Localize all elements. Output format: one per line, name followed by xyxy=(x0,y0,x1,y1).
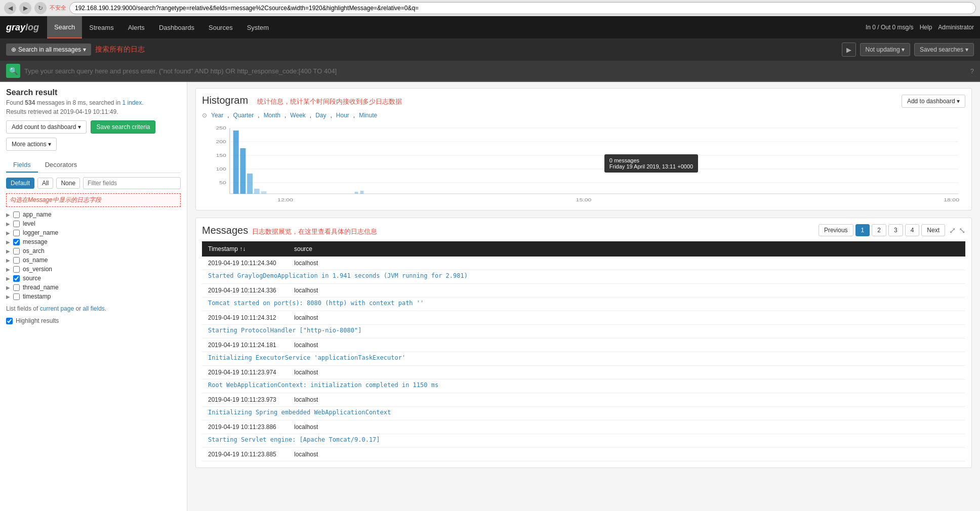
search-bar-row: ⊕ Search in all messages ▾ 搜索所有的日志 ▶ Not… xyxy=(0,38,980,61)
time-month[interactable]: Month xyxy=(264,112,280,119)
expand-icon-btn[interactable]: ⤢ xyxy=(949,226,956,235)
page-2-button[interactable]: 2 xyxy=(872,224,886,236)
add-count-chevron: ▾ xyxy=(78,123,81,131)
next-button[interactable]: Next xyxy=(921,224,945,236)
time-day[interactable]: Day xyxy=(315,112,326,119)
resize-icon-btn[interactable]: ⤡ xyxy=(959,226,965,235)
search-scope-button[interactable]: ⊕ Search in all messages ▾ xyxy=(6,44,91,56)
browser-bar: ◀ ▶ ↻ 不安全 xyxy=(0,0,980,16)
field-checkbox-logger_name[interactable] xyxy=(13,230,20,236)
expand-icon[interactable]: ▶ xyxy=(6,248,10,254)
nav-search[interactable]: Search xyxy=(47,16,82,38)
back-button[interactable]: ◀ xyxy=(4,2,16,14)
field-checkbox-os_name[interactable] xyxy=(13,257,20,264)
logo: graylog xyxy=(6,22,39,33)
msg-message-empty xyxy=(339,257,965,270)
time-year[interactable]: Year xyxy=(211,112,223,119)
expand-icon[interactable]: ▶ xyxy=(6,258,10,263)
forward-button[interactable]: ▶ xyxy=(19,2,31,14)
table-row-message: Initializing ExecutorService 'applicatio… xyxy=(202,352,965,366)
sidebar-retrieved: Results retrieved at 2019-04-19 10:11:49… xyxy=(6,108,181,115)
user-menu[interactable]: Administrator xyxy=(938,24,974,31)
add-count-button[interactable]: Add count to dashboard ▾ xyxy=(6,120,87,134)
time-quarter[interactable]: Quarter xyxy=(233,112,254,119)
tab-decorators[interactable]: Decorators xyxy=(38,158,85,173)
page-3-button[interactable]: 3 xyxy=(888,224,903,236)
table-row-message: Starting Servlet engine: [Apache Tomcat/… xyxy=(202,434,965,448)
query-row: 🔍 ? xyxy=(0,61,980,82)
field-item: ▶ level xyxy=(6,219,181,228)
sidebar-title: Search result xyxy=(6,88,181,97)
expand-icon[interactable]: ▶ xyxy=(6,221,10,227)
msg-timestamp: 2019-04-19 10:11:23.973 xyxy=(202,393,288,407)
highlight-checkbox[interactable] xyxy=(6,318,13,324)
msg-source: localhost xyxy=(288,366,339,379)
msg-text[interactable]: Initializing ExecutorService 'applicatio… xyxy=(202,352,965,366)
expand-icon[interactable]: ▶ xyxy=(6,230,10,236)
table-row-message: Starting ProtocolHandler ["http-nio-8080… xyxy=(202,325,965,338)
field-annotation: 勾选在Message中显示的日志字段 xyxy=(6,193,181,207)
saved-searches-button[interactable]: Saved searches ▾ xyxy=(914,43,974,56)
field-checkbox-thread_name[interactable] xyxy=(13,284,20,291)
msg-text[interactable]: Starting ProtocolHandler ["http-nio-8080… xyxy=(202,325,965,338)
col-source[interactable]: source xyxy=(288,241,339,257)
filter-default[interactable]: Default xyxy=(6,178,34,189)
play-button[interactable]: ▶ xyxy=(842,42,856,57)
time-week[interactable]: Week xyxy=(290,112,305,119)
time-hour[interactable]: Hour xyxy=(336,112,349,119)
messages-annotation: 日志数据展览，在这里查看具体的日志信息 xyxy=(252,227,377,236)
field-checkbox-timestamp[interactable] xyxy=(13,293,20,300)
field-checkbox-source[interactable] xyxy=(13,275,20,282)
messages-title: Messages xyxy=(202,225,248,236)
msg-text[interactable]: Initializing Spring embedded WebApplicat… xyxy=(202,407,965,420)
nav-alerts[interactable]: Alerts xyxy=(121,16,152,38)
table-row: 2019-04-19 10:11:23.973 localhost xyxy=(202,393,965,407)
filter-none[interactable]: None xyxy=(56,178,80,189)
field-checkbox-message[interactable] xyxy=(13,239,20,245)
messages-title-row: Messages 日志数据展览，在这里查看具体的日志信息 xyxy=(202,225,377,236)
msg-text[interactable]: Tomcat started on port(s): 8080 (http) w… xyxy=(202,297,965,311)
expand-icon[interactable]: ▶ xyxy=(6,276,10,281)
more-actions-button[interactable]: More actions ▾ xyxy=(6,138,57,151)
url-bar[interactable] xyxy=(69,2,976,14)
field-checkbox-os_arch[interactable] xyxy=(13,248,20,254)
previous-button[interactable]: Previous xyxy=(819,224,853,236)
msg-text[interactable]: Root WebApplicationContext: initializati… xyxy=(202,379,965,393)
expand-icon[interactable]: ▶ xyxy=(6,285,10,290)
time-minute[interactable]: Minute xyxy=(359,112,377,119)
nav-system[interactable]: System xyxy=(240,16,276,38)
nav-sources[interactable]: Sources xyxy=(201,16,240,38)
expand-icon[interactable]: ▶ xyxy=(6,212,10,218)
expand-icon[interactable]: ▶ xyxy=(6,239,10,245)
msg-text[interactable]: Started GraylogDemoApplication in 1.941 … xyxy=(202,270,965,284)
msg-text[interactable]: Starting Servlet engine: [Apache Tomcat/… xyxy=(202,434,965,448)
add-to-dashboard-button[interactable]: Add to dashboard ▾ xyxy=(902,95,965,108)
field-filter-input[interactable] xyxy=(83,177,181,189)
filter-all[interactable]: All xyxy=(37,178,53,189)
page-1-button[interactable]: 1 xyxy=(855,224,870,236)
help-link[interactable]: Help xyxy=(920,24,932,31)
query-input[interactable] xyxy=(24,67,966,75)
query-help-icon[interactable]: ? xyxy=(970,67,974,75)
field-checkbox-level[interactable] xyxy=(13,221,20,227)
page-4-button[interactable]: 4 xyxy=(905,224,920,236)
tab-fields[interactable]: Fields xyxy=(6,158,38,173)
expand-icon[interactable]: ▶ xyxy=(6,267,10,272)
index-link[interactable]: 1 index xyxy=(123,99,142,106)
nav-streams[interactable]: Streams xyxy=(82,16,120,38)
all-fields-link[interactable]: all fields xyxy=(83,305,104,312)
nav-dashboards[interactable]: Dashboards xyxy=(152,16,201,38)
save-search-button[interactable]: Save search criteria xyxy=(91,120,155,134)
search-execute-button[interactable]: 🔍 xyxy=(6,64,20,78)
expand-icon[interactable]: ▶ xyxy=(6,294,10,300)
current-page-link[interactable]: current page xyxy=(40,305,74,312)
field-tabs: Fields Decorators xyxy=(6,158,181,173)
col-timestamp[interactable]: Timestamp ↑↓ xyxy=(202,241,288,257)
msg-timestamp: 2019-04-19 10:11:23.974 xyxy=(202,366,288,379)
svg-text:150: 150 xyxy=(216,153,226,158)
field-checkbox-app_name[interactable] xyxy=(13,211,20,218)
field-checkbox-os_version[interactable] xyxy=(13,266,20,273)
not-updating-button[interactable]: Not updating ▾ xyxy=(860,43,910,56)
time-icon: ⊙ xyxy=(202,112,207,119)
refresh-button[interactable]: ↻ xyxy=(34,2,47,14)
